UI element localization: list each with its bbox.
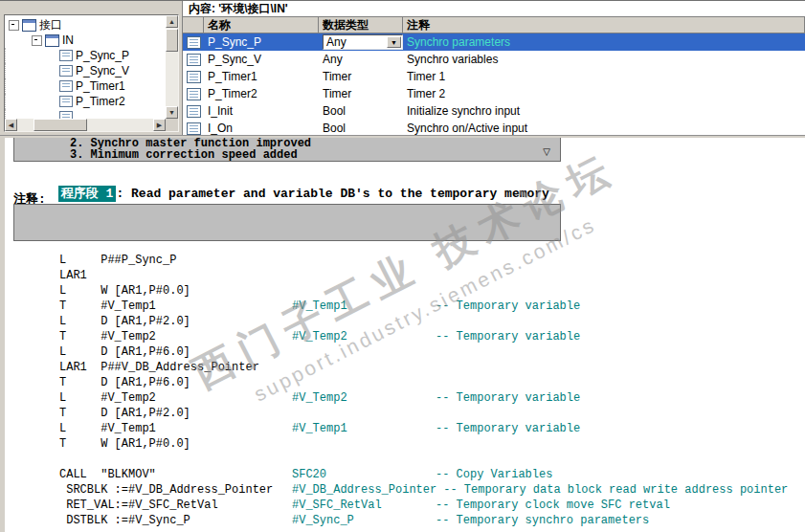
tree-node-in[interactable]: IN [5, 33, 166, 48]
table-row[interactable]: I_InitBoolInitialize synchro input [183, 102, 805, 120]
cell-name: P_Sync_P [204, 33, 319, 51]
description-line: 3. Minimum correction speed added [14, 149, 560, 161]
scroll-right-button[interactable]: ▶ [153, 119, 166, 131]
tree-node-p_timer2[interactable]: P_Timer2 [5, 94, 166, 109]
code-line: SRCBLK :=#V_DB_Address_Pointer#V_DB_Addr… [59, 482, 788, 498]
content-path: 内容: '环境\接口\IN' [189, 1, 288, 17]
code-comment: -- Temporary variable [436, 422, 580, 435]
code-instruction: LAR1 [59, 268, 292, 283]
table-row[interactable]: I_OnBoolSynchro on/Active input [183, 120, 805, 135]
code-comment: -- Temporary data block read write addre… [443, 483, 788, 497]
cell-datatype: Timer [319, 85, 403, 102]
row-icon-cell [183, 68, 204, 85]
code-line: L #V_Temp1#V_Temp1-- Temporary variable [59, 421, 788, 436]
tree-node-p_sync_v[interactable]: P_Sync_V [5, 63, 166, 78]
code-symbol: #V_Temp1 [292, 421, 429, 436]
cell-comment: Timer 2 [403, 85, 805, 102]
tree-node-label: IN [62, 33, 74, 47]
collapse-triangle-icon[interactable]: ▽ [543, 147, 550, 157]
variable-declaration-table: 名称 数据类型 注释 P_Sync_PAny▼Synchro parameter… [182, 17, 805, 135]
declaration-row-icon [187, 105, 201, 118]
scrollbar-corner [166, 119, 178, 131]
datatype-combobox[interactable]: Any▼ [323, 34, 403, 50]
cell-comment: Timer 1 [403, 68, 805, 85]
declaration-row-icon [187, 88, 201, 100]
cell-name: I_Init [204, 102, 319, 120]
row-icon-cell [183, 33, 204, 51]
tree-node-p_sync_p[interactable]: P_Sync_P [5, 48, 166, 63]
code-line: L #V_Temp2#V_Temp2-- Temporary variable [59, 390, 788, 406]
tree-node-partial[interactable] [5, 109, 166, 119]
cell-comment: Synchro on/Active input [403, 120, 805, 135]
scroll-up-icon: ▲ [168, 18, 175, 25]
variable-icon [59, 96, 73, 107]
scroll-left-button[interactable]: ◀ [5, 119, 17, 131]
stl-code-area[interactable]: L P##P_Sync_PLAR1L W [AR1,P#0.0]T #V_Tem… [59, 253, 788, 528]
scroll-down-button[interactable]: ▼ [166, 106, 178, 119]
header-name: 名称 [204, 17, 319, 33]
tree-node-label: P_Timer1 [76, 79, 125, 93]
network-comment-box[interactable] [13, 204, 561, 241]
variable-icon [59, 50, 73, 61]
code-line: LAR1 [59, 268, 788, 283]
cell-name: P_Timer2 [204, 85, 319, 102]
horizontal-scroll-thumb[interactable] [34, 119, 87, 131]
cell-datatype: Bool [319, 102, 403, 120]
code-line: CALL "BLKMOV"SFC20-- Copy Variables [59, 467, 788, 482]
table-row[interactable]: P_Timer1TimerTimer 1 [183, 68, 805, 85]
description-lines: 2. Synchro master function improved3. Mi… [14, 138, 560, 161]
expand-collapse-icon[interactable] [9, 20, 19, 31]
table-row[interactable]: P_Sync_PAny▼Synchro parameters [183, 33, 805, 51]
interface-tree-panel: 接口 IN P_Sync_PP_Sync_VP_Timer1P_Timer2 ▲… [4, 14, 179, 132]
tree-node-label: P_Sync_V [76, 64, 129, 78]
cell-comment: Initialize synchro input [403, 102, 805, 120]
combobox-dropdown-button[interactable]: ▼ [387, 36, 401, 48]
code-comment: -- Temporary variable [436, 330, 580, 344]
code-line [59, 452, 788, 467]
code-symbol: #V_SFC_RetVal [292, 498, 429, 513]
code-comment: -- Copy Variables [436, 468, 552, 481]
vertical-scroll-thumb[interactable] [166, 29, 178, 52]
declaration-row-icon [187, 122, 201, 135]
tree-node-label: 接口 [39, 17, 62, 33]
scroll-right-icon: ▶ [157, 122, 162, 128]
code-symbol: #V_Sync_P [292, 513, 429, 528]
code-instruction: L W [AR1,P#0.0] [59, 283, 292, 299]
table-row[interactable]: P_Timer2TimerTimer 2 [183, 85, 805, 102]
code-instruction: T #V_Temp1 [59, 299, 292, 314]
code-line: DSTBLK :=#V_Sync_P#V_Sync_P-- Temporary … [59, 513, 788, 528]
code-instruction: T D [AR1,P#6.0] [59, 375, 292, 390]
step7-editor-window: 接口 IN P_Sync_PP_Sync_VP_Timer1P_Timer2 ▲… [0, 0, 805, 532]
code-line: T W [AR1,P#0.0] [59, 436, 788, 452]
code-instruction: L #V_Temp1 [59, 421, 292, 436]
header-icon-column [183, 17, 204, 33]
network-label[interactable]: 程序段 1 [58, 186, 117, 202]
stl-editor-pane[interactable]: 2. Synchro master function improved3. Mi… [5, 138, 805, 532]
tree-node-p_timer1[interactable]: P_Timer1 [5, 78, 166, 94]
code-line: T D [AR1,P#2.0] [59, 406, 788, 421]
scroll-up-button[interactable]: ▲ [166, 15, 178, 28]
code-line: L W [AR1,P#0.0] [59, 283, 788, 299]
network-title: : Read parameter and variable DB's to th… [116, 187, 548, 201]
expand-collapse-icon[interactable] [32, 35, 42, 46]
code-instruction: T W [AR1,P#0.0] [59, 436, 292, 452]
tree-node-interface[interactable]: 接口 [5, 17, 166, 33]
code-instruction: T D [AR1,P#2.0] [59, 406, 292, 421]
content-path-bar: 内容: '环境\接口\IN' [182, 1, 805, 17]
declaration-row-icon [187, 71, 201, 83]
code-symbol: #V_Temp1 [292, 299, 429, 314]
header-comment: 注释 [403, 17, 805, 33]
cell-datatype: Any▼ [319, 33, 403, 51]
code-line: T #V_Temp2#V_Temp2-- Temporary variable [59, 329, 788, 344]
row-icon-cell [183, 51, 204, 68]
header-datatype: 数据类型 [319, 17, 403, 33]
tree-vertical-scrollbar[interactable]: ▲ ▼ [166, 15, 178, 119]
table-row[interactable]: P_Sync_VAnySynchro variables [183, 51, 805, 68]
cell-comment: Synchro variables [403, 51, 805, 68]
code-line: T #V_Temp1#V_Temp1-- Temporary variable [59, 299, 788, 314]
declaration-row-icon [187, 54, 201, 66]
code-comment: -- Temporary clock move SFC retval [436, 499, 670, 512]
table-header-row: 名称 数据类型 注释 [183, 17, 805, 33]
tree-horizontal-scrollbar[interactable]: ◀ ▶ [5, 119, 166, 131]
block-description-box: 2. Synchro master function improved3. Mi… [13, 138, 561, 162]
